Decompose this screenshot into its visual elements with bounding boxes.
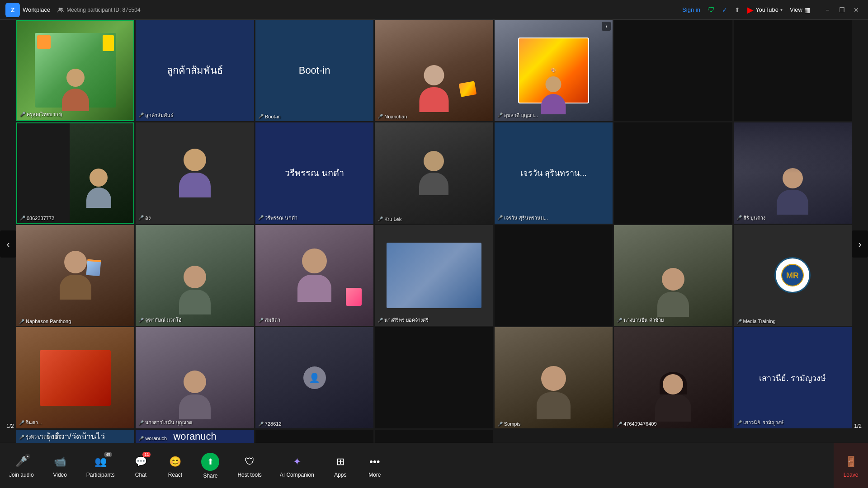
chat-button[interactable]: 💬 11 Chat	[123, 443, 158, 488]
video-grid: 🌿 🎤 ครูสุด(ไทยบากง) ลูกค้าส้มพันธ์ 🎤 ลูก…	[16, 20, 852, 443]
ai-companion-button[interactable]: ✦ AI Companion	[271, 443, 323, 488]
mic-icon: 🎤	[138, 318, 144, 323]
youtube-caret: ▾	[780, 7, 783, 12]
video-cell[interactable]: เจรวัน สุรินทราน... 🎤 เจรวัน สุรินทรานม.…	[495, 122, 613, 224]
video-cell[interactable]: 🎤 อง	[136, 122, 254, 224]
video-cell[interactable]: 🎤 Kru Lek	[375, 122, 493, 224]
mic-icon: 🎤	[138, 113, 144, 117]
video-cell[interactable]: 🎤 476409476409	[614, 327, 732, 428]
prev-page-button[interactable]: ‹	[0, 230, 16, 258]
video-cell[interactable]: ลูกค้าส้มพันธ์ 🎤 ลูกค้าส้มพันธ์	[136, 20, 254, 121]
leave-icon: 🚪	[843, 454, 859, 470]
zoom-logo: Z Workplace	[5, 3, 50, 17]
view-label: View	[790, 6, 802, 13]
name-label: Sompis	[504, 421, 521, 427]
participant-name-only: woranuch	[170, 431, 220, 442]
video-cell[interactable]: 🎤 นางบานยื่น ค่าช้าย	[614, 225, 732, 326]
more-button[interactable]: ••• More	[358, 443, 392, 488]
mic-icon: 🎤	[377, 216, 383, 221]
mic-icon: 🎤	[736, 319, 742, 324]
participant-name: 🎤 จินดา...	[19, 418, 42, 427]
chat-icon: 💬 11	[132, 454, 149, 470]
grid-icon: ▦	[804, 6, 810, 14]
window-controls: − ❐ ✕	[821, 4, 863, 16]
name-label: จินดา...	[26, 418, 42, 427]
video-cell[interactable]: 🎤 นางสาวโรมัน บุญมาต	[136, 327, 254, 428]
video-cell[interactable]: 🎤 Naphason Panthong	[16, 225, 134, 326]
participant-name: 🎤 Nuanchan	[377, 114, 407, 119]
participant-name: 🎤 จุฑากัษณ์ มวกโอ้	[138, 316, 182, 324]
name-label: นางสาวโรมัน บุญมาต	[145, 418, 192, 427]
page-indicator-left: 1/2	[6, 423, 14, 429]
name-label: woranuch	[145, 436, 167, 441]
ai-companion-label: AI Companion	[280, 472, 314, 478]
youtube-icon: ▶	[747, 5, 754, 15]
participant-name-only: เสาวนีย์. รามัญวงษ์	[755, 371, 830, 385]
participant-name-only: Boot-in	[295, 65, 334, 76]
mic-icon: 🎤	[258, 114, 264, 119]
name-label: 728612	[265, 421, 282, 427]
minimize-button[interactable]: −	[821, 4, 834, 16]
view-button[interactable]: View ▦	[790, 6, 810, 14]
mic-icon: 🎤	[258, 422, 264, 427]
video-cell[interactable]: woranuch 🎤 woranuch	[136, 430, 254, 443]
share-button[interactable]: ⬆ Share	[192, 443, 228, 488]
sign-in-button[interactable]: Sign in	[682, 6, 700, 13]
react-button[interactable]: 😊 React	[158, 443, 192, 488]
video-cell[interactable]: 🎤 จินดา...	[16, 327, 134, 428]
apps-button[interactable]: ⊞ Apps	[323, 443, 358, 488]
video-cell[interactable]: 🎤 Sompis	[495, 327, 613, 428]
media-training-logo: MR	[774, 257, 811, 293]
participant-name: 🎤 476409476409	[617, 421, 656, 427]
close-button[interactable]: ✕	[850, 4, 863, 16]
mic-icon: 🎤	[258, 318, 264, 323]
participants-icon	[57, 7, 64, 13]
name-label: จุฑากัษณ์ มวกโอ้	[145, 316, 182, 324]
video-cell[interactable]: 🎤 จุฑากัษณ์ มวกโอ้	[136, 225, 254, 326]
svg-point-0	[59, 7, 61, 9]
restore-button[interactable]: ❐	[835, 4, 848, 16]
participant-name: 🎤 728612	[258, 421, 282, 427]
video-cell[interactable]: วรีพรรณ นกดำ 🎤 วรีพรรณ นกดำ	[255, 122, 373, 224]
join-audio-button[interactable]: 🎤 ▲ Join audio	[0, 443, 43, 488]
host-tools-button[interactable]: 🛡 Host tools	[228, 443, 270, 488]
leave-button[interactable]: 🚪 Leave	[834, 443, 868, 488]
svg-text:MR: MR	[786, 271, 799, 280]
video-toggle-button[interactable]: 📹 Video	[43, 443, 77, 488]
participant-name-only: ลูกค้าส้มพันธ์	[163, 62, 226, 78]
mic-icon: 🎤	[138, 436, 144, 441]
video-cell[interactable]: 🎤 สมสิตา	[255, 225, 373, 326]
name-label: 0862337772	[27, 216, 54, 221]
video-cell[interactable]: MR 🎤 Media Training	[734, 225, 852, 326]
video-cell[interactable]: 🌿 🎤 ครูสุด(ไทยบากง)	[16, 20, 134, 121]
video-cell[interactable]: 🎤 0862337772	[16, 122, 134, 224]
video-cell[interactable]: 🎤 นางสิริพร ยอดจ้างศรี	[375, 225, 493, 326]
video-cell[interactable]: 🎤 Nuanchan	[375, 20, 493, 121]
next-page-button[interactable]: ›	[852, 230, 868, 258]
participant-name: 🎤 Sompis	[497, 421, 521, 427]
more-icon: •••	[367, 454, 383, 470]
youtube-button[interactable]: ▶ YouTube ▾	[747, 5, 783, 15]
video-cell[interactable]: 🎤 สิริ บุนดาง	[734, 122, 852, 224]
join-audio-label: Join audio	[9, 472, 34, 478]
mic-icon: 🎤	[20, 216, 25, 221]
video-cell[interactable]: รุ้งทิวา/วัดบ้านไว่ 🎤 รุ้งทิวา/วัดบ้านไว…	[16, 430, 134, 443]
video-cell[interactable]: 👤 🎤 728612	[255, 327, 373, 428]
leave-label: Leave	[844, 472, 859, 478]
participant-name-only: เจรวัน สุรินทราน...	[517, 166, 590, 179]
mic-icon: 🎤	[20, 112, 25, 117]
bottom-toolbar: 🎤 ▲ Join audio 📹 Video 👥 45 Participants…	[0, 443, 868, 488]
video-icon: 📹	[52, 454, 68, 470]
top-bar-actions: Sign in 🛡 ✓ ⬆ ▶ YouTube ▾ View ▦ − ❐ ✕	[682, 4, 863, 16]
participant-name: 🎤 ลูกค้าส้มพันธ์	[138, 111, 174, 119]
participants-icon: 👥 45	[92, 454, 108, 470]
video-cell[interactable]: Boot-in 🎤 Boot-in	[255, 20, 373, 121]
name-label: Media Training	[743, 319, 776, 324]
video-cell[interactable]: เสาวนีย์. รามัญวงษ์ 🎤 เสาวนีย์. รามัญวงษ…	[734, 327, 852, 428]
video-cell[interactable]: 🎨 🎤 อุบลวดี บุญมา... ⟩	[495, 20, 613, 121]
participants-button[interactable]: 👥 45 Participants	[77, 443, 124, 488]
svg-point-1	[61, 8, 63, 9]
mic-icon: 🎤	[19, 420, 24, 425]
mic-icon: 🎤	[258, 215, 264, 220]
name-label: วรีพรรณ นกดำ	[265, 214, 297, 222]
